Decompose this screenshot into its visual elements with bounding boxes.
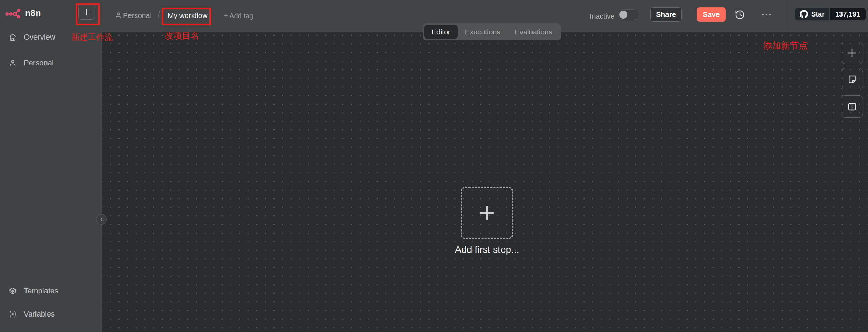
user-icon: [9, 59, 17, 67]
active-toggle[interactable]: [618, 9, 639, 20]
toggle-panel-button[interactable]: [841, 95, 863, 118]
tab-label: Editor: [432, 28, 451, 36]
star-count-value: 137,191: [835, 10, 860, 18]
breadcrumb-project[interactable]: Personal: [123, 11, 152, 20]
github-star-button[interactable]: Star: [795, 8, 829, 20]
view-tabs: Editor Executions Evaluations: [423, 23, 561, 40]
logo-text: n8n: [25, 8, 41, 18]
workflow-name-input[interactable]: My workflow: [168, 11, 208, 20]
sticky-note-icon: [847, 74, 858, 85]
new-workflow-button[interactable]: [78, 4, 95, 20]
github-icon: [800, 10, 808, 18]
n8n-logo[interactable]: n8n: [5, 8, 41, 18]
variables-icon: [9, 310, 17, 318]
tab-editor[interactable]: Editor: [424, 25, 458, 39]
sidebar-item-variables[interactable]: Variables: [0, 304, 102, 324]
user-icon: [115, 12, 122, 19]
add-tag-button[interactable]: + Add tag: [224, 12, 253, 20]
sidebar-collapse-button[interactable]: [96, 214, 107, 225]
github-star-widget[interactable]: Star 137,191: [795, 8, 866, 21]
tab-executions[interactable]: Executions: [458, 25, 508, 39]
sidebar-item-personal[interactable]: Personal: [0, 53, 102, 73]
dot: [762, 14, 764, 15]
save-button[interactable]: Save: [697, 7, 726, 22]
dot: [769, 14, 771, 15]
sidebar-item-label: Overview: [24, 33, 55, 42]
github-section: Star 137,191: [786, 0, 868, 32]
package-icon: [9, 287, 17, 295]
breadcrumb-separator: /: [158, 10, 160, 20]
add-node-button[interactable]: [841, 42, 863, 64]
home-icon: [9, 33, 17, 41]
plus-icon: [478, 204, 496, 222]
add-sticky-note-button[interactable]: [841, 68, 863, 90]
n8n-logo-icon: [5, 9, 22, 18]
github-star-count[interactable]: 137,191: [829, 8, 866, 20]
plus-icon: [846, 47, 858, 59]
github-star-label: Star: [811, 10, 825, 18]
save-button-label: Save: [703, 10, 720, 19]
add-first-step-label: Add first step...: [452, 244, 522, 255]
sidebar: n8n Overview Personal Templates: [0, 0, 102, 332]
share-button-label: Share: [656, 10, 676, 19]
chevron-left-icon: [99, 217, 104, 222]
workflow-history-button[interactable]: [735, 10, 745, 20]
sidebar-item-templates[interactable]: Templates: [0, 281, 102, 301]
sidebar-item-label: Templates: [24, 287, 58, 296]
sidebar-item-label: Variables: [24, 310, 55, 319]
add-first-step-button[interactable]: [461, 187, 513, 239]
sidebar-item-label: Personal: [24, 58, 54, 67]
history-icon: [735, 10, 745, 20]
more-options-button[interactable]: [762, 14, 771, 15]
tab-evaluations[interactable]: Evaluations: [508, 25, 560, 39]
dot: [766, 14, 767, 15]
sidebar-item-overview[interactable]: Overview: [0, 28, 102, 47]
toggle-knob: [619, 11, 627, 19]
workflow-status-label: Inactive: [590, 12, 614, 20]
share-button[interactable]: Share: [650, 7, 682, 22]
workflow-canvas[interactable]: Add first step...: [102, 32, 868, 332]
plus-icon: [82, 8, 91, 17]
tab-label: Evaluations: [515, 28, 552, 36]
tab-label: Executions: [465, 28, 500, 36]
split-panel-icon: [847, 101, 858, 112]
